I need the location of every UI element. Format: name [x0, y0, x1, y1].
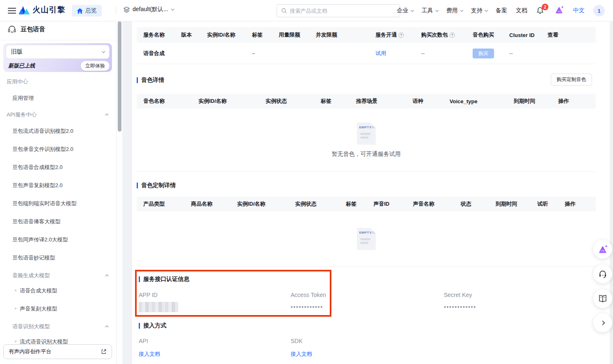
customer-support-button[interactable]	[593, 264, 612, 283]
sidebar-item-simul-interpret[interactable]: 豆包同声传译2.0大模型	[12, 236, 68, 243]
sidebar-item-miaoji[interactable]: 豆包语音妙记模型	[12, 254, 55, 262]
try-now-button[interactable]: 立即体验	[81, 61, 110, 71]
hamburger-menu-icon[interactable]	[8, 8, 16, 14]
voice-detail-table-header: 音色名称 实例ID/名称 实例状态 标签 推荐场景 语种 Voice_type …	[137, 94, 596, 109]
service-name: 语音合成	[143, 50, 181, 57]
global-search	[277, 4, 400, 17]
audio-platform-label: 有声内容创作平台	[9, 348, 51, 355]
ai-assistant-entry[interactable]	[554, 5, 564, 16]
sidebar-item-file-asr-2[interactable]: 豆包录音文件识别模型2.0	[12, 146, 73, 153]
chevron-up-icon[interactable]	[105, 274, 108, 278]
logo-text: 火山引擎	[33, 5, 65, 15]
collapse-panel-button[interactable]	[593, 313, 612, 332]
language-switch[interactable]: 中文	[573, 7, 585, 14]
sidebar-item-tts-large[interactable]: 语音合成大模型	[20, 287, 57, 294]
section-api-center[interactable]: API服务中心	[7, 111, 37, 118]
app-id-label: APP ID	[139, 292, 158, 298]
project-selector-value: default(默认...	[133, 6, 168, 13]
api-doc-link[interactable]: 接入文档	[139, 350, 160, 358]
group-asr[interactable]: 语音识别大模型	[12, 323, 50, 330]
documentation-button[interactable]	[593, 289, 612, 308]
product-title-label: 豆包语音	[21, 26, 45, 33]
section-app-center: 应用中心	[7, 78, 28, 86]
voice-custom-title: 音色定制详情	[137, 182, 176, 189]
sdk-doc-link[interactable]: 接入文档	[291, 350, 312, 358]
nav-menu-docs[interactable]: 文档	[516, 7, 527, 14]
chevron-down-icon	[102, 49, 105, 53]
api-label: API	[139, 338, 148, 344]
buy-custom-voice-button[interactable]: 购买定制音色	[551, 74, 592, 86]
voice-custom-empty-state: EMPTY	[137, 211, 596, 267]
package-value: --	[421, 50, 473, 56]
chevron-up-icon[interactable]	[105, 325, 108, 329]
navbar-right-group: 企业 工具 费用 支持 备案 文档 2	[397, 0, 605, 21]
sidebar-item-voice-clone-2[interactable]: 豆包声音复刻模型2.0	[12, 182, 63, 189]
project-selector[interactable]: default(默认...	[124, 6, 173, 13]
headset-icon	[598, 269, 608, 279]
product-title: AI 豆包语音	[7, 25, 45, 34]
nav-menu-icp[interactable]: 备案	[496, 7, 507, 14]
help-icon[interactable]: ?	[450, 32, 455, 38]
trial-link[interactable]: 试用	[375, 50, 386, 56]
voice-custom-table: 产品类型 商品名称 实例ID/名称 实例状态 标签 声音ID 声音名称 状态 到…	[137, 197, 596, 267]
chevron-up-icon[interactable]	[105, 114, 108, 117]
notification-badge: 2	[542, 4, 548, 10]
nav-menu-billing[interactable]: 费用	[446, 7, 462, 14]
overview-button[interactable]: 总览	[72, 5, 102, 16]
help-icon[interactable]: ?	[399, 32, 404, 38]
version-select-value: 旧版	[11, 48, 23, 56]
audio-platform-link[interactable]: 有声内容创作平台	[3, 344, 112, 359]
ai-mountain-icon	[554, 5, 564, 15]
version-select[interactable]: 旧版	[6, 45, 110, 59]
sidebar-item-e2e-realtime[interactable]: 豆包端到端实时语音大模型	[12, 200, 77, 207]
avatar[interactable]: 1	[593, 5, 605, 16]
new-version-text: 新版已上线	[8, 62, 35, 70]
voice-detail-empty-state: EMPTY 暂无音色，可开通服务试用	[137, 109, 596, 172]
nav-menu-enterprise[interactable]: 企业	[397, 7, 413, 14]
new-version-banner: 新版已上线 立即体验	[8, 60, 110, 71]
table-row: 语音合成 – 试用 -- 购买 --	[137, 43, 596, 64]
page-scrollbar-track[interactable]	[610, 21, 613, 364]
empty-doc-icon: EMPTY	[357, 228, 376, 250]
sidebar-scrollbar[interactable]	[117, 21, 122, 364]
sidebar-item-streaming-asr-2[interactable]: 豆包流式语音识别模型2.0	[12, 128, 73, 135]
ai-assistant-float-button[interactable]	[593, 240, 612, 259]
auth-info-title: 服务接口认证信息	[139, 276, 189, 283]
buy-button[interactable]: 购买	[473, 49, 494, 58]
secret-key-value: ************	[444, 305, 476, 311]
chevron-down-icon	[485, 8, 488, 12]
nav-menu-support[interactable]: 支持	[471, 7, 487, 14]
voice-custom-table-header: 产品类型 商品名称 实例ID/名称 实例状态 标签 声音ID 声音名称 状态 到…	[137, 197, 596, 211]
notification-bell[interactable]: 2	[536, 6, 545, 15]
chevron-right-icon	[600, 320, 605, 325]
svg-text:AI: AI	[11, 30, 13, 33]
version-panel: 旧版 新版已上线 立即体验	[3, 43, 112, 72]
service-table: 服务名称 版本 实例ID/名称 标签 用量限额 并发限额 服务开通 ? 购买次数…	[137, 27, 596, 64]
sidebar-item-podcast[interactable]: 豆包语音播客大模型	[12, 218, 61, 225]
sidebar: AI 豆包语音 旧版 新版已上线 立即体验 应用中心 应用管理 API服务中心 …	[0, 21, 117, 364]
book-icon	[598, 294, 608, 303]
nav-menu-tools[interactable]: 工具	[422, 7, 438, 14]
top-navbar: 火山引擎 总览 default(默认...	[0, 0, 613, 21]
voice-detail-title: 音色详情	[137, 77, 164, 84]
app-window: 火山引擎 总览 default(默认...	[0, 0, 613, 364]
service-table-header: 服务名称 版本 实例ID/名称 标签 用量限额 并发限额 服务开通 ? 购买次数…	[137, 27, 596, 43]
sidebar-item-clone-large[interactable]: 声音复刻大模型	[20, 305, 57, 313]
group-audio-gen[interactable]: 音频生成大模型	[12, 272, 50, 279]
app-id-masked-value	[139, 302, 178, 312]
overview-label: 总览	[85, 7, 97, 14]
chevron-down-icon	[171, 7, 175, 10]
scrollbar-thumb[interactable]	[118, 21, 121, 132]
main-content: 服务名称 版本 实例ID/名称 标签 用量限额 并发限额 服务开通 ? 购买次数…	[122, 21, 613, 364]
access-token-value: ************	[291, 305, 323, 311]
search-icon	[281, 8, 287, 14]
search-input[interactable]	[290, 8, 396, 14]
divider	[116, 7, 116, 15]
tag-value: –	[252, 50, 279, 56]
sdk-label: SDK	[291, 338, 303, 344]
chevron-down-icon	[435, 8, 438, 12]
volcengine-logo[interactable]: 火山引擎	[19, 5, 65, 15]
sidebar-item-tts-2[interactable]: 豆包语音合成模型2.0	[12, 164, 63, 171]
empty-state-text: 暂无音色，可开通服务试用	[332, 151, 401, 158]
sidebar-item-app-management[interactable]: 应用管理	[12, 95, 34, 102]
